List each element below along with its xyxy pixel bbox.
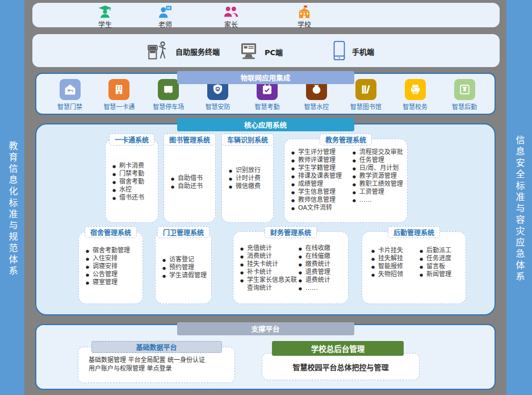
card-title: 财务管理系统 <box>265 226 317 238</box>
phone-icon <box>332 40 346 63</box>
list-item: 入住安排 <box>86 255 140 263</box>
iot-label: 智慧考勤 <box>255 102 280 111</box>
iot-item-library: 智慧图书馆 <box>349 79 382 111</box>
base-line: 用户账户与权限管理 单点登录 <box>89 364 229 373</box>
list-item: 成绩管理 <box>291 180 351 188</box>
list-item: 留言板 <box>420 263 466 271</box>
iot-label: 智慧图书馆 <box>350 102 382 111</box>
list-item: 水控 <box>112 186 156 194</box>
terminal-item-mobile: 手机端 <box>332 40 374 63</box>
list-item: 寝室管理 <box>86 278 140 286</box>
list-item: 学生家长信息关联查询统计 <box>240 276 299 292</box>
user-label: 老师 <box>158 19 172 29</box>
iot-label: 智慧停车场 <box>153 102 184 111</box>
card-onecard-system: 一卡通系统 刷卡消费门禁考勤宿舍考勤水控借书还书 <box>105 139 158 223</box>
card-vehicle-system: 车辆识别系统 识别放行计时计费微信缴费 <box>221 139 274 223</box>
card-finance-system: 财务管理系统 充值统计消费统计挂失卡统计补卡统计学生家长信息关联查询统计 在线收… <box>233 231 349 304</box>
list-item: 调寝安排 <box>86 263 140 271</box>
list-item: 识别放行 <box>229 167 271 174</box>
iot-header: 物联网应用集成 <box>177 71 354 84</box>
list-item: 工资管理 <box>353 188 407 196</box>
list-item: 新闻管理 <box>420 271 466 278</box>
student-icon <box>98 5 112 19</box>
card-title: 车辆识别系统 <box>221 134 274 145</box>
support-panel: 支撑平台 基础数据平台 基础数据管理 平台全局配置 统一身份认证 用户账户与权限… <box>35 324 496 390</box>
right-standards-bar: 信息安全标准与容灾应急体系 <box>506 0 532 395</box>
list-item: 借书还书 <box>112 194 156 202</box>
user-label: 家长 <box>224 19 238 29</box>
card-list: 学生评分管理教师评课管理学生学籍管理排课及课表管理成绩管理学生信息管理教师信息管… <box>284 139 351 212</box>
iot-label: 智慧后勤 <box>452 102 477 111</box>
books-icon <box>355 79 376 100</box>
list-item: 学生信息管理 <box>291 188 351 196</box>
card-title: 宿舍管理系统 <box>85 226 137 238</box>
list-item: 宿舍考勤管理 <box>86 247 140 255</box>
list-item: 任务管理 <box>353 156 407 164</box>
terminal-label: PC端 <box>265 47 283 57</box>
list-item: OA文件流转 <box>291 204 351 212</box>
support-header: 支撑平台 <box>177 322 354 335</box>
card-title: 门卫管理系统 <box>157 226 210 238</box>
list-item: 宿舍考勤 <box>112 178 156 186</box>
list-item: 消费统计 <box>240 252 299 260</box>
kiosk-icon <box>146 39 170 64</box>
list-item: 学生请假管理 <box>162 272 209 280</box>
card-list: 宿舍考勤管理入住安排调寝安排公告管理寝室管理 <box>79 232 143 286</box>
user-item-teacher: 老师 <box>141 5 189 29</box>
card-list: 流程提交及审批任务管理日/周、月计划教学资源管理教职工绩效管理工资管理…… <box>351 139 407 212</box>
terminal-label: 手机端 <box>352 46 374 57</box>
base-line: 基础数据管理 平台全局配置 统一身份认证 <box>89 356 229 364</box>
door-access-icon <box>60 79 81 100</box>
base-data-platform-card: 基础数据平台 基础数据管理 平台全局配置 统一身份认证 用户账户与权限管理 单点… <box>78 347 235 383</box>
list-item: 教师信息管理 <box>291 196 351 204</box>
card-logistics-system: 后勤管理系统 卡片挂失挂失解挂智能报修失物招领 后勤派工任务进度留言板新闻管理 <box>362 231 466 304</box>
base-data-platform-title: 基础数据平台 <box>91 341 222 353</box>
card-library-system: 图书管理系统 自助借书自助还书 <box>164 139 216 223</box>
school-admin-card: 智慧校园平台总体把控与管理 <box>262 353 420 380</box>
list-item: 门禁考勤 <box>112 170 156 178</box>
terminal-item-pc: PC端 <box>238 42 283 62</box>
list-item: 日/周、月计划 <box>353 164 407 172</box>
list-item: 挂失卡统计 <box>240 260 299 268</box>
iot-label: 智慧校务 <box>403 102 428 111</box>
list-item: 教职工绩效管理 <box>353 180 407 188</box>
printer-icon <box>405 79 426 100</box>
card-list: 后勤派工任务进度留言板新闻管理 <box>417 232 466 278</box>
left-standards-bar: 教育信息化标准与规范体系 <box>0 0 24 395</box>
list-item: 学生评分管理 <box>291 148 351 156</box>
card-dorm-system: 宿舍管理系统 宿舍考勤管理入住安排调寝安排公告管理寝室管理 <box>78 231 143 304</box>
user-item-student: 学生 <box>81 5 129 29</box>
user-item-parents: 家长 <box>207 5 255 29</box>
pc-icon <box>238 42 259 62</box>
list-item: 教学资源管理 <box>353 172 407 180</box>
parking-icon <box>158 79 179 100</box>
list-item: 卡片挂失 <box>371 247 417 255</box>
terminal-label: 自助服务终端 <box>175 46 220 57</box>
user-label: 学生 <box>98 19 112 29</box>
teacher-icon <box>158 5 173 19</box>
card-title: 一卡通系统 <box>109 134 154 145</box>
school-admin-description: 智慧校园平台总体把控与管理 <box>292 361 388 372</box>
list-item: 退费统计 <box>299 276 348 284</box>
list-item: 退费管理 <box>299 268 348 276</box>
list-item: 在线催缴 <box>299 252 348 260</box>
list-item: 缴费统计 <box>299 260 348 268</box>
left-standards-label: 教育信息化标准与规范体系 <box>8 141 17 277</box>
card-list: 自助借书自助还书 <box>164 139 215 190</box>
list-item: 补卡统计 <box>240 268 299 276</box>
list-item: 流程提交及审批 <box>353 148 407 156</box>
list-item: 访客登记 <box>162 256 209 264</box>
list-item: …… <box>353 196 407 204</box>
iot-label: 智慧一卡通 <box>103 102 135 111</box>
card-list: 访客登记预约管理学生请假管理 <box>156 232 211 280</box>
iot-label: 智慧门禁 <box>57 102 82 111</box>
card-title: 后勤管理系统 <box>388 226 440 238</box>
card-academic-system: 教务管理系统 学生评分管理教师评课管理学生学籍管理排课及课表管理成绩管理学生信息… <box>284 139 408 223</box>
parents-icon <box>223 5 239 19</box>
core-panel: 核心应用系统 一卡通系统 刷卡消费门禁考勤宿舍考勤水控借书还书 图书管理系统 自… <box>35 123 496 315</box>
list-item: 公告管理 <box>86 271 140 278</box>
card-list: 充值统计消费统计挂失卡统计补卡统计学生家长信息关联查询统计 <box>233 232 299 292</box>
list-item: 失物招领 <box>371 271 417 278</box>
user-item-school: 学校 <box>280 5 328 29</box>
card-list: 在线收缴在线催缴缴费统计退费管理退费统计…… <box>299 232 348 292</box>
